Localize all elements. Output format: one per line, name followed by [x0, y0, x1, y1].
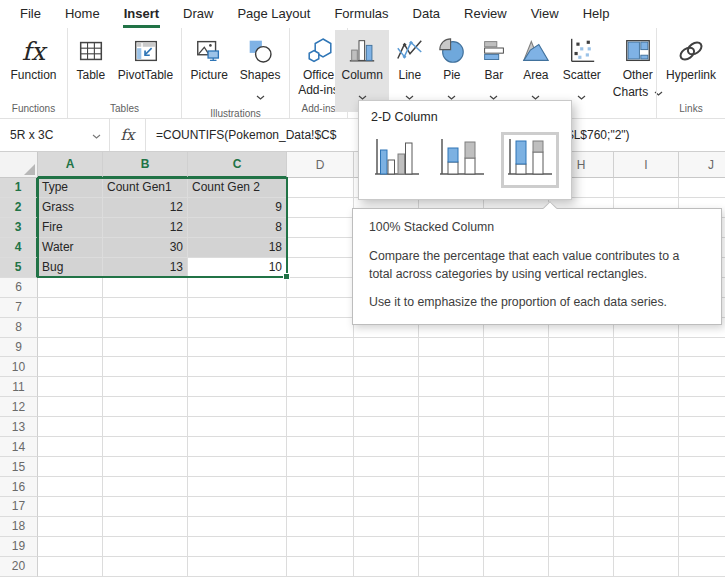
- cell-I12[interactable]: [614, 397, 679, 417]
- row-header-6[interactable]: 6: [0, 278, 38, 298]
- cell-J19[interactable]: [679, 537, 725, 557]
- row-header-8[interactable]: 8: [0, 318, 38, 338]
- cell-I19[interactable]: [614, 537, 679, 557]
- cell-B10[interactable]: [103, 357, 188, 377]
- cell-C8[interactable]: [188, 318, 287, 338]
- cell-D17[interactable]: [287, 497, 354, 517]
- cell-D7[interactable]: [287, 298, 354, 318]
- cell-J20[interactable]: [679, 557, 725, 577]
- cell-E10[interactable]: [354, 357, 419, 377]
- cell-D16[interactable]: [287, 477, 354, 497]
- cell-E11[interactable]: [354, 377, 419, 397]
- cell-B15[interactable]: [103, 457, 188, 477]
- cell-D10[interactable]: [287, 357, 354, 377]
- cell-D9[interactable]: [287, 338, 354, 358]
- row-header-15[interactable]: 15: [0, 457, 38, 477]
- fill-handle[interactable]: [283, 273, 290, 280]
- cell-D6[interactable]: [287, 278, 354, 298]
- cell-H15[interactable]: [549, 457, 614, 477]
- picture-button[interactable]: Picture: [184, 30, 233, 106]
- cell-C2[interactable]: 9: [188, 198, 287, 218]
- cell-B7[interactable]: [103, 298, 188, 318]
- cell-J13[interactable]: [679, 417, 725, 437]
- cell-I11[interactable]: [614, 377, 679, 397]
- cell-C20[interactable]: [188, 557, 287, 577]
- cell-H18[interactable]: [549, 517, 614, 537]
- row-header-9[interactable]: 9: [0, 338, 38, 358]
- row-header-14[interactable]: 14: [0, 437, 38, 457]
- cell-J18[interactable]: [679, 517, 725, 537]
- cell-C9[interactable]: [188, 338, 287, 358]
- cell-D8[interactable]: [287, 318, 354, 338]
- cell-B12[interactable]: [103, 397, 188, 417]
- cell-G13[interactable]: [484, 417, 549, 437]
- cell-A13[interactable]: [38, 417, 103, 437]
- cell-J14[interactable]: [679, 437, 725, 457]
- cell-F14[interactable]: [419, 437, 484, 457]
- cell-C16[interactable]: [188, 477, 287, 497]
- cell-B13[interactable]: [103, 417, 188, 437]
- cell-D1[interactable]: [287, 178, 354, 198]
- cell-C7[interactable]: [188, 298, 287, 318]
- row-header-12[interactable]: 12: [0, 397, 38, 417]
- cell-B1[interactable]: Count Gen1: [103, 178, 188, 198]
- cell-I13[interactable]: [614, 417, 679, 437]
- cell-B20[interactable]: [103, 557, 188, 577]
- cell-C1[interactable]: Count Gen 2: [188, 178, 287, 198]
- menu-tab-draw[interactable]: Draw: [171, 0, 225, 28]
- cell-A19[interactable]: [38, 537, 103, 557]
- cell-D19[interactable]: [287, 537, 354, 557]
- menu-tab-file[interactable]: File: [8, 0, 53, 28]
- cell-A17[interactable]: [38, 497, 103, 517]
- cell-D11[interactable]: [287, 377, 354, 397]
- row-header-16[interactable]: 16: [0, 477, 38, 497]
- cell-F17[interactable]: [419, 497, 484, 517]
- cell-B11[interactable]: [103, 377, 188, 397]
- cell-J12[interactable]: [679, 397, 725, 417]
- formula-input[interactable]: =COUNTIFS(Pokemon_Data!$C$: [146, 128, 336, 142]
- cell-A9[interactable]: [38, 338, 103, 358]
- menu-tab-review[interactable]: Review: [452, 0, 519, 28]
- cell-F12[interactable]: [419, 397, 484, 417]
- cell-E12[interactable]: [354, 397, 419, 417]
- cell-E9[interactable]: [354, 338, 419, 358]
- cell-C5[interactable]: 10: [188, 258, 287, 278]
- cell-G18[interactable]: [484, 517, 549, 537]
- cell-C19[interactable]: [188, 537, 287, 557]
- menu-tab-data[interactable]: Data: [401, 0, 452, 28]
- menu-tab-page-layout[interactable]: Page Layout: [225, 0, 322, 28]
- cell-B4[interactable]: 30: [103, 238, 188, 258]
- cell-G19[interactable]: [484, 537, 549, 557]
- column-header-B[interactable]: B: [103, 152, 188, 178]
- cell-A2[interactable]: Grass: [38, 198, 103, 218]
- cell-H14[interactable]: [549, 437, 614, 457]
- cell-F10[interactable]: [419, 357, 484, 377]
- cell-E20[interactable]: [354, 557, 419, 577]
- column-header-J[interactable]: J: [679, 152, 725, 178]
- cell-E17[interactable]: [354, 497, 419, 517]
- cell-C15[interactable]: [188, 457, 287, 477]
- cell-H19[interactable]: [549, 537, 614, 557]
- shapes-button[interactable]: Shapes: [234, 30, 287, 106]
- cell-D4[interactable]: [287, 238, 354, 258]
- cell-A16[interactable]: [38, 477, 103, 497]
- cell-J16[interactable]: [679, 477, 725, 497]
- cell-F13[interactable]: [419, 417, 484, 437]
- row-header-19[interactable]: 19: [0, 537, 38, 557]
- function-button[interactable]: fx Function: [4, 30, 62, 101]
- cell-C14[interactable]: [188, 437, 287, 457]
- menu-tab-formulas[interactable]: Formulas: [322, 0, 400, 28]
- cell-G15[interactable]: [484, 457, 549, 477]
- cell-F20[interactable]: [419, 557, 484, 577]
- cell-G11[interactable]: [484, 377, 549, 397]
- cell-B19[interactable]: [103, 537, 188, 557]
- cell-J9[interactable]: [679, 338, 725, 358]
- cell-A18[interactable]: [38, 517, 103, 537]
- row-header-13[interactable]: 13: [0, 417, 38, 437]
- cell-B9[interactable]: [103, 338, 188, 358]
- cell-J1[interactable]: [679, 178, 725, 198]
- cell-D2[interactable]: [287, 198, 354, 218]
- cell-F16[interactable]: [419, 477, 484, 497]
- cell-E18[interactable]: [354, 517, 419, 537]
- cell-A5[interactable]: Bug: [38, 258, 103, 278]
